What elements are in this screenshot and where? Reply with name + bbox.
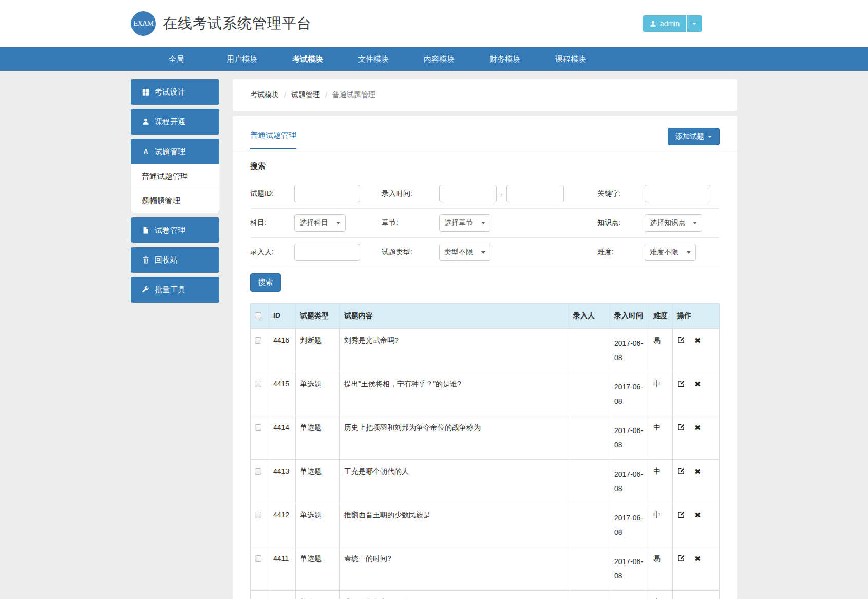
row-question-type: 判断题: [296, 329, 340, 372]
entry-person-input[interactable]: [294, 244, 360, 261]
nav-item-4[interactable]: 内容模块: [406, 47, 472, 71]
entry-person-label: 录入人:: [250, 248, 294, 257]
search-button[interactable]: 搜索: [250, 273, 281, 292]
row-question-content: 我国奴隶制文明开始于: [340, 591, 569, 599]
breadcrumb: 考试模块/试题管理/普通试题管理: [233, 79, 737, 111]
row-entry-time: 2017-06-08: [610, 591, 649, 599]
chevron-down-icon: [481, 222, 485, 224]
keyword-input[interactable]: [645, 185, 710, 202]
edit-icon[interactable]: [677, 554, 685, 563]
row-operations: ✖: [673, 416, 720, 460]
edit-icon[interactable]: [677, 380, 685, 388]
user-menu-group: admin: [643, 15, 702, 32]
submenu-item-1[interactable]: 题帽题管理: [131, 189, 219, 213]
question-type-label: 试题类型:: [382, 248, 439, 257]
operations-group: ✖: [677, 423, 715, 432]
delete-x-icon[interactable]: ✖: [694, 424, 701, 432]
question-type-select[interactable]: 类型不限: [439, 244, 490, 261]
row-checkbox[interactable]: [255, 381, 261, 387]
row-checkbox-cell: [251, 372, 269, 416]
delete-x-icon[interactable]: ✖: [694, 380, 701, 388]
row-checkbox[interactable]: [255, 512, 261, 518]
sidebar-item-label: 回收站: [155, 255, 178, 265]
row-operations: ✖: [673, 460, 720, 503]
user-button[interactable]: admin: [643, 15, 686, 32]
row-checkbox-cell: [251, 416, 269, 460]
operations-group: ✖: [677, 336, 715, 344]
table-row: 4411单选题秦统一的时间?2017-06-08易✖: [251, 547, 720, 591]
breadcrumb-separator: /: [284, 91, 286, 99]
row-question-content: 王充是哪个朝代的人: [340, 460, 569, 503]
subject-select[interactable]: 选择科目: [294, 214, 346, 232]
question-id-input[interactable]: [294, 185, 360, 202]
operations-group: ✖: [677, 554, 715, 563]
breadcrumb-item-0[interactable]: 考试模块: [250, 90, 279, 100]
row-operations: ✖: [673, 591, 720, 599]
row-question-content: 提出"王侯将相，宁有种乎？"的是谁?: [340, 372, 569, 416]
sidebar-item-0[interactable]: 考试设计: [131, 79, 219, 105]
subject-label: 科目:: [250, 218, 294, 228]
row-entry-person: [569, 591, 610, 599]
row-question-content: 推翻西晋王朝的少数民族是: [340, 503, 569, 547]
edit-icon[interactable]: [677, 511, 685, 519]
chapter-select[interactable]: 选择章节: [439, 214, 490, 232]
delete-x-icon[interactable]: ✖: [694, 336, 701, 344]
chapter-select-value: 选择章节: [444, 218, 473, 228]
sidebar-item-label: 课程开通: [155, 117, 185, 127]
row-checkbox[interactable]: [255, 337, 261, 344]
user-name: admin: [660, 20, 680, 28]
submenu-item-0[interactable]: 普通试题管理: [131, 164, 219, 189]
row-operations: ✖: [673, 503, 720, 547]
table-row: 4414单选题历史上把项羽和刘邦为争夺帝位的战争称为2017-06-08中✖: [251, 416, 720, 460]
sidebar-item-3[interactable]: 试卷管理: [131, 217, 219, 243]
search-row-2: 科目: 选择科目 章节: 选择章节 知识点:: [250, 209, 720, 237]
row-id: 4414: [269, 416, 296, 460]
sidebar-item-4[interactable]: 回收站: [131, 247, 219, 273]
edit-icon[interactable]: [677, 467, 685, 475]
edit-icon[interactable]: [677, 336, 685, 344]
delete-x-icon[interactable]: ✖: [694, 511, 701, 519]
entry-time-end-input[interactable]: [506, 185, 564, 202]
breadcrumb-item-1[interactable]: 试题管理: [291, 90, 320, 100]
nav-item-6[interactable]: 课程模块: [538, 47, 603, 71]
chevron-down-icon: [693, 222, 697, 224]
nav-item-0[interactable]: 全局: [143, 47, 209, 71]
select-all-checkbox[interactable]: [255, 312, 261, 319]
table-header-cell: 难度: [649, 304, 673, 329]
nav-item-5[interactable]: 财务模块: [472, 47, 538, 71]
delete-x-icon[interactable]: ✖: [694, 555, 701, 563]
user-dropdown-button[interactable]: [687, 15, 702, 32]
row-checkbox-cell: [251, 503, 269, 547]
sidebar-item-2[interactable]: A试题管理: [131, 139, 219, 164]
nav-item-1[interactable]: 用户模块: [209, 47, 275, 71]
date-range-separator: -: [500, 190, 503, 198]
row-id: 4415: [269, 372, 296, 416]
delete-x-icon[interactable]: ✖: [694, 467, 701, 475]
knowledge-select[interactable]: 选择知识点: [645, 214, 702, 232]
sidebar-item-5[interactable]: 批量工具: [131, 277, 219, 303]
table-header-cell: 录入人: [569, 304, 610, 329]
table-row: 4410单选题我国奴隶制文明开始于2017-06-08中✖: [251, 591, 720, 599]
letter-a-icon: A: [141, 147, 150, 156]
nav-item-3[interactable]: 文件模块: [341, 47, 406, 71]
entry-time-start-input[interactable]: [439, 185, 497, 202]
row-difficulty: 中: [649, 503, 673, 547]
row-checkbox[interactable]: [255, 468, 261, 475]
difficulty-select[interactable]: 难度不限: [645, 244, 696, 261]
keyword-label: 关键字:: [597, 189, 645, 198]
navbar-items: 全局用户模块考试模块文件模块内容模块财务模块课程模块: [131, 47, 737, 71]
table-row: 4412单选题推翻西晋王朝的少数民族是2017-06-08中✖: [251, 503, 720, 547]
sidebar-item-1[interactable]: 课程开通: [131, 109, 219, 135]
add-question-button[interactable]: 添加试题: [668, 128, 720, 145]
row-checkbox[interactable]: [255, 424, 261, 431]
table-header-cell: 试题类型: [296, 304, 340, 329]
row-checkbox[interactable]: [255, 555, 261, 562]
tab-normal-question-management[interactable]: 普通试题管理: [250, 130, 296, 149]
row-operations: ✖: [673, 372, 720, 416]
subject-select-value: 选择科目: [299, 218, 328, 228]
table-header-row: ID试题类型试题内容录入人录入时间难度操作: [251, 304, 720, 329]
edit-icon[interactable]: [677, 423, 685, 432]
table-header-checkbox-cell: [251, 304, 269, 329]
file-icon: [141, 226, 150, 234]
nav-item-2[interactable]: 考试模块: [275, 47, 341, 71]
